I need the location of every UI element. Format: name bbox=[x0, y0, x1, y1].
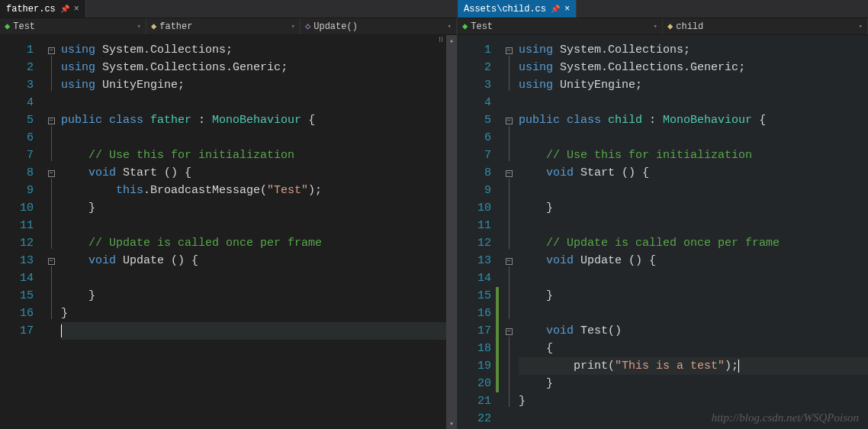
scroll-up-icon[interactable]: ▴ bbox=[446, 35, 457, 46]
code-line[interactable]: // Use this for initialization bbox=[519, 147, 868, 164]
close-icon[interactable]: × bbox=[74, 4, 79, 15]
code-line[interactable]: void Test() bbox=[519, 322, 868, 340]
token-pn: ); bbox=[308, 184, 322, 197]
change-indicator bbox=[496, 322, 499, 340]
code-editor-right[interactable]: 1−2345−678−910111213−14151617−1819202122… bbox=[458, 35, 868, 429]
code-line[interactable]: } bbox=[519, 199, 868, 217]
code-line[interactable] bbox=[519, 182, 868, 199]
chevron-down-icon: ▾ bbox=[448, 22, 452, 31]
code-line[interactable] bbox=[61, 269, 446, 287]
token-pn bbox=[560, 114, 567, 127]
token-id: Generic bbox=[690, 61, 738, 74]
token-id: Collections bbox=[608, 61, 683, 74]
token-pn: . bbox=[601, 61, 608, 74]
line-number: 16 bbox=[15, 305, 34, 322]
gutter-row: 7 bbox=[0, 147, 61, 164]
code-line[interactable]: } bbox=[61, 199, 446, 217]
code-line[interactable] bbox=[61, 217, 446, 234]
gutter-row: 3 bbox=[0, 76, 61, 94]
tab-strip-left: father.cs 📌 × bbox=[0, 0, 457, 18]
code-line[interactable]: } bbox=[519, 287, 868, 305]
line-number: 13 bbox=[473, 252, 491, 269]
namespace-icon: ◆ bbox=[462, 21, 468, 32]
nav-bar-left: ◆ Test ▾ ◆ father ▾ ◇ Update() ▾ bbox=[0, 18, 457, 35]
code-line[interactable] bbox=[519, 217, 868, 234]
line-number: 6 bbox=[15, 129, 34, 147]
nav-namespace-label: Test bbox=[13, 21, 35, 32]
pin-icon[interactable]: 📌 bbox=[60, 5, 69, 14]
code-line[interactable]: using System.Collections.Generic; bbox=[519, 59, 868, 76]
code-line[interactable]: // Update is called once per frame bbox=[519, 234, 868, 252]
token-kw: public bbox=[61, 114, 102, 127]
vertical-scrollbar[interactable]: ▴ ▾ bbox=[446, 35, 457, 429]
code-line[interactable]: void Update () { bbox=[519, 252, 868, 269]
code-line[interactable] bbox=[61, 94, 446, 111]
nav-namespace[interactable]: ◆ Test ▾ bbox=[0, 18, 146, 34]
code-line[interactable]: void Update () { bbox=[61, 252, 446, 269]
line-number: 8 bbox=[15, 164, 34, 182]
fold-guide bbox=[503, 389, 514, 414]
code-line[interactable]: using System.Collections.Generic; bbox=[61, 59, 446, 76]
token-pn bbox=[61, 166, 88, 179]
code-line[interactable] bbox=[61, 322, 446, 340]
code-line[interactable] bbox=[519, 129, 868, 147]
code-line[interactable]: this.BroadcastMessage("Test"); bbox=[61, 182, 446, 199]
split-grip-icon[interactable]: ⁞⁞ bbox=[439, 35, 446, 46]
change-indicator bbox=[38, 217, 41, 234]
code-line[interactable]: using System.Collections; bbox=[61, 41, 446, 59]
nav-namespace[interactable]: ◆ Test ▾ bbox=[458, 18, 663, 34]
token-id: System bbox=[560, 61, 601, 74]
nav-class-label: father bbox=[159, 21, 192, 32]
change-indicator bbox=[38, 287, 41, 305]
token-id: Start bbox=[580, 166, 615, 179]
token-pn bbox=[553, 44, 560, 56]
pin-icon[interactable]: 📌 bbox=[551, 5, 560, 14]
file-tab-father[interactable]: father.cs 📌 × bbox=[0, 0, 86, 18]
change-indicator bbox=[38, 199, 41, 217]
token-pn bbox=[519, 237, 546, 250]
code-area-left[interactable]: using System.Collections;using System.Co… bbox=[61, 35, 446, 429]
code-line[interactable]: public class father : MonoBehaviour { bbox=[61, 111, 446, 129]
class-icon: ◆ bbox=[151, 21, 156, 32]
code-area-right[interactable]: using System.Collections;using System.Co… bbox=[519, 35, 868, 429]
token-pn: . bbox=[143, 61, 150, 74]
code-line[interactable]: public class child : MonoBehaviour { bbox=[519, 111, 868, 129]
code-line[interactable]: using UnityEngine; bbox=[519, 76, 868, 94]
code-line[interactable]: void Start () { bbox=[519, 164, 868, 182]
token-id: Collections bbox=[150, 61, 226, 74]
code-line[interactable] bbox=[61, 129, 446, 147]
nav-class[interactable]: ◆ child ▾ bbox=[663, 18, 868, 34]
change-indicator bbox=[496, 217, 499, 234]
code-line[interactable] bbox=[519, 269, 868, 287]
code-line[interactable]: using UnityEngine; bbox=[61, 76, 446, 94]
code-line[interactable]: } bbox=[61, 287, 446, 305]
code-line[interactable] bbox=[519, 94, 868, 111]
code-line[interactable]: // Update is called once per frame bbox=[61, 234, 446, 252]
code-line[interactable]: void Start () { bbox=[61, 164, 446, 182]
change-indicator bbox=[496, 252, 499, 269]
change-indicator bbox=[496, 41, 499, 59]
token-pn: ); bbox=[725, 360, 738, 373]
nav-member[interactable]: ◇ Update() ▾ bbox=[301, 18, 457, 34]
token-pn: { bbox=[752, 114, 766, 127]
code-line[interactable]: { bbox=[519, 340, 868, 357]
code-line[interactable]: } bbox=[61, 305, 446, 322]
line-number: 10 bbox=[15, 199, 34, 217]
code-line[interactable]: print("This is a test"); bbox=[519, 357, 868, 375]
code-line[interactable] bbox=[519, 305, 868, 322]
method-icon: ◇ bbox=[305, 21, 310, 32]
scroll-down-icon[interactable]: ▾ bbox=[446, 418, 457, 429]
code-line[interactable]: } bbox=[519, 375, 868, 392]
nav-class[interactable]: ◆ father ▾ bbox=[146, 18, 301, 34]
code-line[interactable]: // Use this for initialization bbox=[61, 147, 446, 164]
code-line[interactable]: using System.Collections; bbox=[519, 41, 868, 59]
close-icon[interactable]: × bbox=[564, 4, 570, 15]
token-pn: } bbox=[519, 377, 553, 390]
change-indicator bbox=[496, 129, 499, 147]
code-editor-left[interactable]: 1−2345−678−910111213−14151617 using Syst… bbox=[0, 35, 457, 429]
token-pn bbox=[574, 254, 580, 267]
code-line[interactable]: } bbox=[519, 392, 868, 410]
line-number: 17 bbox=[473, 322, 491, 340]
class-icon: ◆ bbox=[667, 21, 673, 32]
file-tab-child[interactable]: Assets\child.cs 📌 × bbox=[458, 0, 577, 18]
